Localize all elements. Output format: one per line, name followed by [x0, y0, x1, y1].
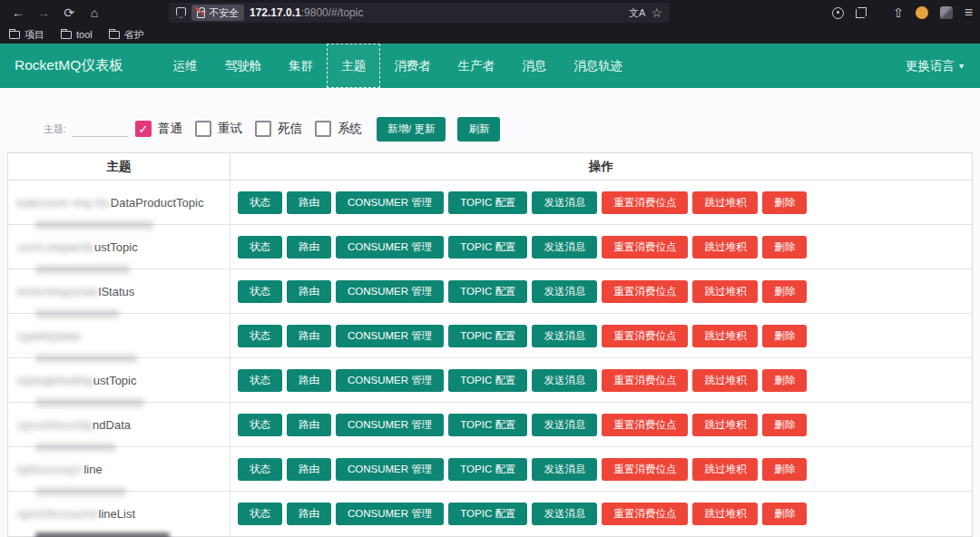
action-send-message-button[interactable]: 发送消息 [532, 414, 597, 436]
action-send-message-button[interactable]: 发送消息 [532, 191, 597, 214]
share-icon[interactable]: ⇧ [893, 5, 904, 20]
screenshot-crop-icon[interactable] [856, 7, 867, 18]
action-delete-button[interactable]: 删除 [762, 503, 807, 525]
brand-title[interactable]: RocketMQ仪表板 [0, 44, 138, 88]
action-status-button[interactable]: 状态 [238, 414, 282, 436]
action-topic-config-button[interactable]: TOPIC 配置 [448, 503, 527, 525]
forward-icon[interactable]: → [33, 3, 54, 23]
nav-item-消费者[interactable]: 消费者 [380, 44, 445, 88]
checkbox-box[interactable] [255, 121, 271, 137]
action-topic-config-button[interactable]: TOPIC 配置 [448, 458, 527, 481]
bookmark-item[interactable]: 项目 [9, 28, 44, 42]
add-update-button[interactable]: 新增/ 更新 [377, 117, 446, 142]
action-consumer-manage-button[interactable]: CONSUMER 管理 [336, 236, 444, 259]
nav-item-集群[interactable]: 集群 [275, 44, 327, 88]
action-consumer-manage-button[interactable]: CONSUMER 管理 [336, 503, 444, 525]
action-skip-accumulate-button[interactable]: 跳过堆积 [692, 325, 758, 347]
action-skip-accumulate-button[interactable]: 跳过堆积 [692, 458, 758, 481]
account-icon[interactable] [832, 7, 844, 19]
nav-item-主题[interactable]: 主题 [327, 44, 380, 88]
action-consumer-manage-button[interactable]: CONSUMER 管理 [336, 458, 444, 481]
action-topic-config-button[interactable]: TOPIC 配置 [448, 414, 527, 436]
home-icon[interactable]: ⌂ [83, 3, 105, 23]
action-route-button[interactable]: 路由 [287, 503, 331, 525]
action-topic-config-button[interactable]: TOPIC 配置 [448, 325, 527, 347]
action-skip-accumulate-button[interactable]: 跳过堆积 [692, 414, 758, 436]
url-bar[interactable]: 不安全 172.17.0.1:9800/#/topic 文A ☆ [169, 3, 670, 23]
back-icon[interactable]: ← [7, 3, 29, 23]
action-send-message-button[interactable]: 发送消息 [532, 325, 597, 347]
action-reset-offset-button[interactable]: 重置消费位点 [602, 414, 688, 436]
action-send-message-button[interactable]: 发送消息 [532, 236, 597, 259]
checkbox-box[interactable]: ✓ [135, 121, 152, 137]
action-reset-offset-button[interactable]: 重置消费位点 [602, 458, 688, 481]
action-status-button[interactable]: 状态 [238, 280, 282, 303]
shield-icon[interactable] [176, 7, 186, 18]
action-status-button[interactable]: 状态 [238, 369, 282, 392]
nav-item-驾驶舱[interactable]: 驾驶舱 [211, 44, 276, 88]
action-delete-button[interactable]: 删除 [762, 280, 807, 303]
action-reset-offset-button[interactable]: 重置消费位点 [602, 503, 688, 525]
action-send-message-button[interactable]: 发送消息 [532, 369, 597, 392]
action-delete-button[interactable]: 删除 [762, 191, 807, 214]
action-route-button[interactable]: 路由 [287, 458, 331, 481]
action-skip-accumulate-button[interactable]: 跳过堆积 [692, 191, 758, 214]
action-route-button[interactable]: 路由 [287, 325, 331, 347]
checkbox-系统[interactable]: 系统 [315, 121, 362, 137]
action-consumer-manage-button[interactable]: CONSUMER 管理 [336, 414, 444, 436]
action-consumer-manage-button[interactable]: CONSUMER 管理 [336, 191, 444, 214]
checkbox-box[interactable] [315, 121, 331, 137]
action-reset-offset-button[interactable]: 重置消费位点 [602, 191, 688, 214]
nav-item-运维[interactable]: 运维 [160, 44, 211, 88]
nav-item-消息[interactable]: 消息 [508, 44, 560, 88]
action-skip-accumulate-button[interactable]: 跳过堆积 [692, 369, 758, 392]
language-switcher[interactable]: 更换语言 ▾ [889, 44, 980, 88]
translate-icon[interactable]: 文A [629, 6, 645, 20]
bookmark-item[interactable]: tool [61, 29, 93, 40]
action-status-button[interactable]: 状态 [238, 503, 282, 525]
menu-icon[interactable]: ≡ [965, 5, 973, 21]
action-consumer-manage-button[interactable]: CONSUMER 管理 [336, 325, 444, 347]
action-route-button[interactable]: 路由 [287, 414, 331, 436]
action-reset-offset-button[interactable]: 重置消费位点 [602, 369, 688, 392]
action-skip-accumulate-button[interactable]: 跳过堆积 [692, 236, 758, 259]
action-topic-config-button[interactable]: TOPIC 配置 [448, 369, 527, 392]
extension-gray-icon[interactable] [940, 6, 953, 19]
refresh-button[interactable]: 刷新 [457, 117, 500, 142]
action-topic-config-button[interactable]: TOPIC 配置 [448, 280, 527, 303]
nav-item-消息轨迹[interactable]: 消息轨迹 [560, 44, 636, 88]
checkbox-普通[interactable]: ✓ 普通 [135, 121, 182, 137]
action-send-message-button[interactable]: 发送消息 [532, 458, 597, 481]
topic-search-input[interactable] [72, 121, 128, 137]
extension-orange-icon[interactable] [916, 6, 928, 19]
action-route-button[interactable]: 路由 [287, 280, 331, 303]
action-delete-button[interactable]: 删除 [762, 414, 807, 436]
action-delete-button[interactable]: 删除 [762, 458, 807, 481]
nav-item-生产者[interactable]: 生产者 [445, 44, 509, 88]
action-reset-offset-button[interactable]: 重置消费位点 [602, 236, 688, 259]
checkbox-死信[interactable]: 死信 [255, 121, 302, 137]
action-consumer-manage-button[interactable]: CONSUMER 管理 [336, 280, 444, 303]
action-skip-accumulate-button[interactable]: 跳过堆积 [692, 280, 758, 303]
action-delete-button[interactable]: 删除 [762, 369, 807, 392]
action-route-button[interactable]: 路由 [287, 369, 331, 392]
action-topic-config-button[interactable]: TOPIC 配置 [448, 191, 527, 214]
bookmark-item[interactable]: 省护 [109, 28, 144, 42]
action-reset-offset-button[interactable]: 重置消费位点 [602, 325, 688, 347]
action-route-button[interactable]: 路由 [287, 191, 331, 214]
action-status-button[interactable]: 状态 [238, 191, 282, 214]
action-status-button[interactable]: 状态 [238, 458, 282, 481]
action-consumer-manage-button[interactable]: CONSUMER 管理 [336, 369, 444, 392]
action-status-button[interactable]: 状态 [238, 236, 282, 259]
action-send-message-button[interactable]: 发送消息 [532, 503, 597, 525]
action-reset-offset-button[interactable]: 重置消费位点 [602, 280, 688, 303]
action-delete-button[interactable]: 删除 [762, 236, 807, 259]
action-skip-accumulate-button[interactable]: 跳过堆积 [692, 503, 758, 525]
action-delete-button[interactable]: 删除 [762, 325, 807, 347]
checkbox-重试[interactable]: 重试 [195, 121, 242, 137]
action-topic-config-button[interactable]: TOPIC 配置 [448, 236, 527, 259]
action-route-button[interactable]: 路由 [287, 236, 331, 259]
security-chip[interactable]: 不安全 [191, 5, 244, 21]
checkbox-box[interactable] [195, 121, 211, 137]
reload-icon[interactable]: ⟳ [58, 3, 80, 23]
